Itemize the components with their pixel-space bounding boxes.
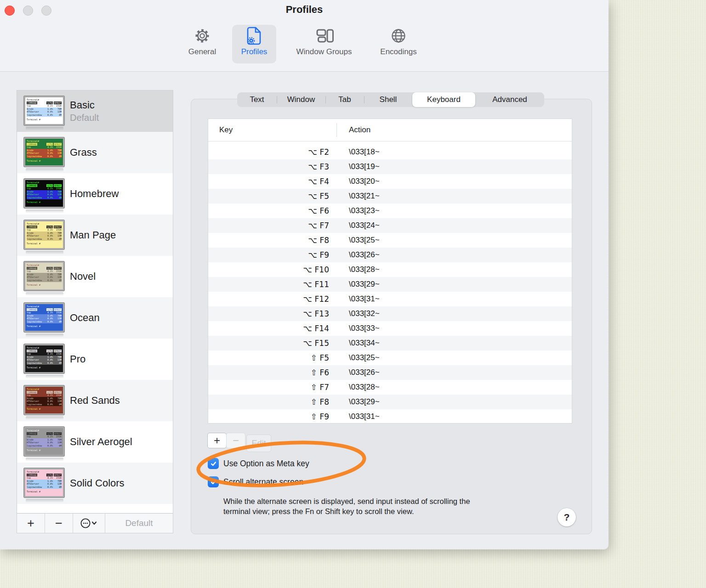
alternate-screen-help-text: While the alternate screen is displayed,… bbox=[223, 497, 545, 516]
set-default-button[interactable]: Default bbox=[105, 514, 173, 533]
remove-key-mapping-button[interactable]: − bbox=[226, 433, 245, 448]
tab-keyboard[interactable]: Keyboard bbox=[412, 92, 475, 107]
thumb-header-command: COMMAND bbox=[27, 143, 37, 146]
action-cell: \033[21~ bbox=[329, 192, 380, 201]
table-row[interactable]: ⌥ F4\033[20~ bbox=[208, 174, 572, 189]
tab-tab[interactable]: Tab bbox=[325, 92, 364, 107]
column-header-action[interactable]: Action bbox=[349, 125, 370, 135]
thumbnail-reflection bbox=[26, 292, 63, 296]
thumb-process-row: top4.1%231K bbox=[27, 104, 62, 107]
action-cell: \033[25~ bbox=[329, 353, 380, 362]
thumb-process-row: loginwindow0.0%4M bbox=[27, 486, 62, 489]
table-row[interactable]: ⌥ F5\033[21~ bbox=[208, 189, 572, 204]
profile-list-item[interactable]: Terminal#COMMAND%CPURPRVTtop4.1%231KXcod… bbox=[17, 256, 173, 297]
use-option-as-meta-key-row: Use Option as Meta key bbox=[208, 458, 309, 469]
action-cell: \033[23~ bbox=[329, 206, 380, 215]
thumbnail-reflection bbox=[26, 209, 63, 213]
table-row[interactable]: ⌥ F14\033[33~ bbox=[208, 321, 572, 336]
table-row[interactable]: ⌥ F3\033[19~ bbox=[208, 159, 572, 174]
key-cell: ⌥ F13 bbox=[208, 309, 329, 318]
table-row[interactable]: ⌥ F6\033[23~ bbox=[208, 204, 572, 218]
profile-thumbnail: Terminal#COMMAND%CPURPRVTtop4.1%231KXcod… bbox=[24, 468, 64, 498]
action-cell: \033[31~ bbox=[329, 412, 380, 421]
terminal-thumbnail-screen: Terminal#COMMAND%CPURPRVTtop4.1%231KXcod… bbox=[25, 97, 63, 124]
thumb-title: Terminal# bbox=[27, 305, 62, 308]
edit-key-mapping-button[interactable]: Edit bbox=[246, 435, 271, 452]
thumb-process-row: ATSServer0.0%13M bbox=[27, 276, 62, 279]
thumb-footer: Terminal # bbox=[27, 118, 62, 121]
thumb-header: COMMAND%CPURPRVT bbox=[27, 267, 62, 270]
table-row[interactable]: ⌥ F8\033[25~ bbox=[208, 233, 572, 248]
action-cell: \033[34~ bbox=[329, 339, 380, 348]
window-groups-icon bbox=[314, 25, 334, 47]
table-row[interactable]: ⌥ F12\033[31~ bbox=[208, 292, 572, 306]
thumb-header-col: RPRVT bbox=[54, 267, 62, 270]
toolbar-item-profiles[interactable]: Profiles bbox=[232, 25, 276, 63]
toolbar-item-window-groups[interactable]: Window Groups bbox=[283, 25, 365, 63]
toolbar-item-general[interactable]: General bbox=[182, 25, 223, 63]
thumb-process-row: top4.1%231K bbox=[27, 311, 62, 314]
thumb-process-row: top4.1%231K bbox=[27, 228, 62, 232]
tab-advanced[interactable]: Advanced bbox=[475, 92, 544, 107]
thumb-header-col: RPRVT bbox=[54, 432, 62, 435]
profile-list-item[interactable]: Terminal#COMMAND%CPURPRVTtop4.1%231KXcod… bbox=[17, 380, 173, 421]
profile-name: Grass bbox=[70, 147, 97, 158]
scroll-alternate-screen-checkbox[interactable] bbox=[208, 476, 219, 487]
action-cell: \033[25~ bbox=[329, 236, 380, 245]
column-header-key[interactable]: Key bbox=[208, 125, 233, 135]
profile-actions-menu-button[interactable] bbox=[73, 514, 105, 533]
scroll-alternate-screen-row: Scroll alternate screen bbox=[208, 476, 303, 487]
thumb-title: Terminal# bbox=[27, 429, 62, 432]
thumbnail-reflection bbox=[26, 251, 63, 254]
key-cell: ⇧ F8 bbox=[208, 397, 329, 407]
thumb-footer: Terminal # bbox=[27, 325, 62, 328]
thumbnail-reflection bbox=[26, 416, 63, 420]
table-header-row: Key Action bbox=[208, 119, 572, 141]
toolbar-item-encodings[interactable]: Encodings bbox=[371, 25, 426, 63]
thumb-header-command: COMMAND bbox=[27, 308, 37, 311]
add-key-mapping-button[interactable]: + bbox=[207, 433, 227, 448]
table-row[interactable]: ⇧ F5\033[25~ bbox=[208, 351, 572, 365]
profile-document-gear-icon bbox=[245, 25, 263, 47]
tab-shell[interactable]: Shell bbox=[364, 92, 412, 107]
table-row[interactable]: ⇧ F8\033[29~ bbox=[208, 395, 572, 409]
thumb-process-row: Xcode1.4%78M bbox=[27, 190, 62, 193]
profile-name: Silver Aerogel bbox=[70, 436, 132, 448]
profile-list-item[interactable]: Terminal#COMMAND%CPURPRVTtop4.1%231KXcod… bbox=[17, 215, 173, 256]
thumb-process-row: ATSServer0.0%13M bbox=[27, 482, 62, 486]
column-divider[interactable] bbox=[336, 123, 337, 137]
action-cell: \033[24~ bbox=[329, 221, 380, 230]
profile-list-item[interactable]: Terminal#COMMAND%CPURPRVTtop4.1%231KXcod… bbox=[17, 297, 173, 339]
key-cell: ⇧ F7 bbox=[208, 383, 329, 392]
help-button[interactable]: ? bbox=[558, 508, 576, 526]
remove-profile-button[interactable]: − bbox=[45, 514, 73, 533]
profile-list-item[interactable]: Terminal#COMMAND%CPURPRVTtop4.1%231KXcod… bbox=[17, 463, 173, 504]
tab-window[interactable]: Window bbox=[277, 92, 325, 107]
thumb-header-col: %CPU bbox=[46, 474, 53, 477]
profile-list-item[interactable]: Terminal#COMMAND%CPURPRVTtop4.1%231KXcod… bbox=[17, 90, 173, 132]
thumb-title: Terminal# bbox=[27, 264, 62, 267]
profile-list-item[interactable]: Terminal#COMMAND%CPURPRVTtop4.1%231KXcod… bbox=[17, 339, 173, 380]
thumb-footer: Terminal # bbox=[27, 366, 62, 369]
profile-list-item[interactable]: Terminal#COMMAND%CPURPRVTtop4.1%231KXcod… bbox=[17, 421, 173, 463]
add-profile-button[interactable]: + bbox=[17, 514, 45, 533]
tab-text[interactable]: Text bbox=[237, 92, 277, 107]
table-row[interactable]: ⇧ F7\033[28~ bbox=[208, 380, 572, 395]
key-cell: ⌥ F12 bbox=[208, 294, 329, 304]
profile-list-item[interactable]: Terminal#COMMAND%CPURPRVTtop4.1%231KXcod… bbox=[17, 132, 173, 173]
table-row[interactable]: ⌥ F7\033[24~ bbox=[208, 218, 572, 233]
table-row[interactable]: ⌥ F15\033[34~ bbox=[208, 336, 572, 351]
use-option-as-meta-key-checkbox[interactable] bbox=[208, 458, 219, 469]
table-rows: ⌥ F2\033[18~⌥ F3\033[19~⌥ F4\033[20~⌥ F5… bbox=[208, 145, 572, 424]
profile-thumbnail: Terminal#COMMAND%CPURPRVTtop4.1%231KXcod… bbox=[24, 96, 64, 125]
profile-list-item[interactable]: Terminal#COMMAND%CPURPRVTtop4.1%231KXcod… bbox=[17, 173, 173, 215]
table-row[interactable]: ⇧ F6\033[26~ bbox=[208, 365, 572, 380]
terminal-preferences-window: Profiles General Pr bbox=[0, 0, 609, 549]
table-row[interactable]: ⌥ F9\033[26~ bbox=[208, 248, 572, 262]
table-row[interactable]: ⌥ F13\033[32~ bbox=[208, 306, 572, 321]
table-row[interactable]: ⌥ F2\033[18~ bbox=[208, 145, 572, 159]
table-row[interactable]: ⌥ F11\033[29~ bbox=[208, 277, 572, 292]
thumb-header-command: COMMAND bbox=[27, 184, 37, 187]
table-row[interactable]: ⌥ F10\033[28~ bbox=[208, 262, 572, 277]
table-row[interactable]: ⇧ F9\033[31~ bbox=[208, 409, 572, 424]
